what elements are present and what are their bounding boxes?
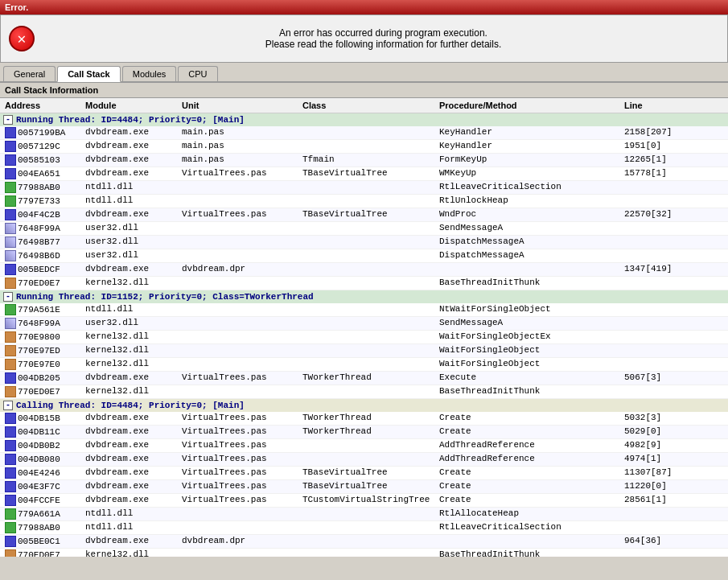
table-row[interactable]: 004DB205 dvbdream.exe VirtualTrees.pas T… (0, 372, 728, 385)
collapse-icon[interactable]: - (3, 401, 13, 410)
cell-unit (180, 195, 301, 207)
cell-procedure: RtlAllocateHeap (438, 508, 623, 520)
cell-class (301, 508, 438, 520)
row-icon (5, 359, 16, 370)
table-row[interactable]: 779A561E ntdll.dll NtWaitForSingleObject (0, 303, 728, 317)
table-row[interactable]: 770E97E0 kernel32.dll WaitForSingleObjec… (0, 358, 728, 372)
cell-module: dvbdream.exe (84, 495, 180, 506)
cell-module: kernel32.dll (84, 278, 180, 289)
cell-line (623, 549, 687, 557)
table-row[interactable]: 76498B77 user32.dll DispatchMessageA (0, 236, 728, 249)
cell-address: 770ED0E7 (3, 386, 84, 397)
table-row[interactable]: 004E3F7C dvbdream.exe VirtualTrees.pas T… (0, 480, 728, 494)
call-stack-content[interactable]: Address Module Unit Class Procedure/Meth… (0, 98, 728, 557)
threads-container: -Running Thread: ID=4484; Priority=0; [M… (0, 113, 728, 557)
cell-address: 004FCCFE (3, 495, 84, 506)
tab-cpu[interactable]: CPU (178, 66, 217, 81)
table-row[interactable]: 76498B6D user32.dll DispatchMessageA (0, 249, 728, 263)
table-row[interactable]: 005BE0C1 dvbdream.exe dvbdream.dpr 964[3… (0, 535, 728, 549)
table-row[interactable]: 005BEDCF dvbdream.exe dvbdream.dpr 1347[… (0, 263, 728, 277)
table-row[interactable]: 770ED0E7 kernel32.dll BaseThreadInitThun… (0, 277, 728, 290)
cell-procedure: AddThreadReference (438, 440, 623, 451)
cell-module: dvbdream.exe (84, 168, 180, 179)
cell-unit: dvbdream.dpr (180, 536, 301, 547)
error-line1: An error has occurred during program exe… (47, 27, 719, 39)
row-icon (5, 426, 16, 438)
cell-line: 12265[1] (623, 154, 687, 166)
cell-line: 1347[419] (623, 264, 687, 275)
cell-procedure: BaseThreadInitThunk (438, 386, 623, 397)
cell-module: dvbdream.exe (84, 440, 180, 451)
cell-line (623, 508, 687, 520)
table-row[interactable]: 77988AB0 ntdll.dll RtlLeaveCriticalSecti… (0, 181, 728, 195)
cell-address: 76498B77 (3, 237, 84, 248)
cell-unit (180, 549, 301, 557)
tab-general[interactable]: General (3, 66, 56, 81)
cell-procedure: NtWaitForSingleObject (438, 304, 623, 315)
cell-module: kernel32.dll (84, 345, 180, 356)
cell-procedure (438, 536, 623, 547)
cell-module: dvbdream.exe (84, 127, 180, 138)
cell-address: 770ED0E7 (3, 278, 84, 289)
cell-line: 11307[87] (623, 467, 687, 479)
table-row[interactable]: 7797E733 ntdll.dll RtlUnlockHeap (0, 195, 728, 208)
row-icon (5, 237, 16, 248)
table-row[interactable]: 77988AB0 ntdll.dll RtlLeaveCriticalSecti… (0, 521, 728, 535)
table-row[interactable]: 00585103 dvbdream.exe main.pas Tfmain Fo… (0, 154, 728, 167)
table-row[interactable]: 770E97ED kernel32.dll WaitForSingleObjec… (0, 344, 728, 358)
cell-address: 770E97ED (3, 345, 84, 356)
table-row[interactable]: 7648F99A user32.dll SendMessageA (0, 317, 728, 331)
cell-procedure: Create (438, 481, 623, 492)
table-row[interactable]: 004DB11C dvbdream.exe VirtualTrees.pas T… (0, 426, 728, 439)
cell-unit (180, 278, 301, 289)
cell-module: dvbdream.exe (84, 467, 180, 479)
table-row[interactable]: 0057199BA dvbdream.exe main.pas KeyHandl… (0, 126, 728, 140)
cell-line (623, 304, 687, 315)
cell-line (623, 182, 687, 193)
table-row[interactable]: 7648F99A user32.dll SendMessageA (0, 222, 728, 236)
table-row[interactable]: 004F4C2B dvbdream.exe VirtualTrees.pas T… (0, 208, 728, 222)
table-row[interactable]: 004DB080 dvbdream.exe VirtualTrees.pas A… (0, 453, 728, 467)
table-row[interactable]: 779A661A ntdll.dll RtlAllocateHeap (0, 508, 728, 521)
table-row[interactable]: 004E4246 dvbdream.exe VirtualTrees.pas T… (0, 467, 728, 480)
row-icon (5, 154, 16, 166)
cell-class (301, 195, 438, 207)
table-row[interactable]: 004DB0B2 dvbdream.exe VirtualTrees.pas A… (0, 439, 728, 453)
cell-unit (180, 250, 301, 261)
cell-unit: VirtualTrees.pas (180, 413, 301, 424)
table-row[interactable]: 004DB15B dvbdream.exe VirtualTrees.pas T… (0, 412, 728, 426)
table-row[interactable]: 0057129C dvbdream.exe main.pas KeyHandle… (0, 140, 728, 154)
cell-class (301, 359, 438, 370)
cell-unit (180, 359, 301, 370)
cell-class (301, 250, 438, 261)
table-row[interactable]: 770E9800 kernel32.dll WaitForSingleObjec… (0, 331, 728, 344)
section-header: Call Stack Information (0, 83, 728, 98)
cell-procedure: FormKeyUp (438, 154, 623, 166)
table-row[interactable]: 004FCCFE dvbdream.exe VirtualTrees.pas T… (0, 494, 728, 508)
cell-module: ntdll.dll (84, 508, 180, 520)
cell-module: ntdll.dll (84, 182, 180, 193)
cell-class (301, 237, 438, 248)
row-icon (5, 440, 16, 451)
row-icon (5, 508, 16, 520)
cell-procedure: AddThreadReference (438, 454, 623, 465)
table-row[interactable]: 770ED0E7 kernel32.dll BaseThreadInitThun… (0, 385, 728, 399)
cell-module: user32.dll (84, 250, 180, 261)
title-bar: Error. (0, 0, 728, 14)
cell-address: 00585103 (3, 154, 84, 166)
cell-procedure: SendMessageA (438, 223, 623, 234)
cell-procedure: DispatchMessageA (438, 250, 623, 261)
tab-callstack[interactable]: Call Stack (57, 66, 121, 82)
row-icon (5, 522, 16, 533)
cell-address: 004DB080 (3, 454, 84, 465)
col-line: Line (623, 100, 687, 111)
table-row[interactable]: 770ED0E7 kernel32.dll BaseThreadInitThun… (0, 549, 728, 557)
collapse-icon[interactable]: - (3, 292, 13, 302)
cell-line: 5067[3] (623, 372, 687, 384)
row-icon (5, 168, 16, 179)
table-row[interactable]: 004EA651 dvbdream.exe VirtualTrees.pas T… (0, 167, 728, 181)
tab-modules[interactable]: Modules (122, 66, 177, 81)
cell-module: kernel32.dll (84, 549, 180, 557)
collapse-icon[interactable]: - (3, 115, 13, 125)
cell-address: 005BE0C1 (3, 536, 84, 547)
